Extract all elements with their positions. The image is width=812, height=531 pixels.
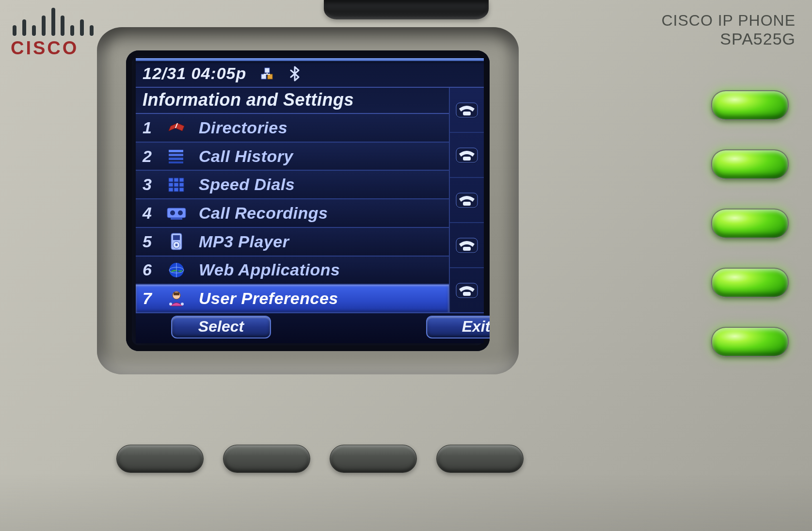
phone-icon: [455, 237, 478, 254]
svg-rect-8: [169, 161, 183, 163]
menu-item-speed-dials[interactable]: 3: [136, 171, 449, 199]
svg-rect-36: [463, 157, 471, 161]
menu-number: 1: [143, 118, 154, 137]
svg-rect-17: [179, 188, 184, 192]
svg-point-31: [169, 303, 172, 306]
svg-rect-5: [169, 150, 183, 152]
menu-number: 3: [143, 175, 154, 194]
svg-rect-21: [171, 218, 182, 220]
cisco-signal-bars-icon: [11, 7, 96, 36]
phone-icon: [455, 147, 478, 163]
phone-icon: [455, 102, 478, 118]
line-led-stack: [711, 90, 789, 357]
svg-rect-15: [169, 188, 173, 192]
menu-item-mp3-player[interactable]: 5 MP3 Player: [136, 228, 449, 257]
svg-rect-18: [167, 208, 186, 218]
phone-icon: [455, 192, 478, 209]
menu-number: 6: [143, 260, 154, 279]
menu-number: 5: [143, 232, 154, 251]
screen-title: Information and Settings: [136, 88, 449, 113]
svg-rect-12: [169, 183, 173, 187]
list-icon: [165, 147, 188, 165]
shelf-shadow: [0, 473, 812, 531]
menu-number: 4: [143, 204, 154, 223]
linekey-5[interactable]: [450, 268, 484, 312]
tape-icon: [165, 204, 188, 223]
hardware-softkey-row: [116, 445, 524, 473]
svg-rect-7: [169, 158, 183, 160]
line-led-3[interactable]: [711, 209, 789, 239]
menu-item-call-history[interactable]: 2 Call History: [136, 143, 449, 171]
softkey-select[interactable]: Select: [171, 316, 271, 338]
menu-item-web-applications[interactable]: 6 Web Applications: [136, 257, 449, 285]
lcd-body: Information and Settings 1 Direct: [136, 88, 484, 312]
softkey-row: Select Exit: [136, 312, 484, 343]
svg-point-19: [170, 210, 175, 215]
svg-rect-16: [174, 188, 178, 192]
linekey-1[interactable]: [450, 88, 484, 133]
linekey-3[interactable]: [450, 178, 484, 223]
svg-rect-14: [179, 183, 184, 187]
svg-rect-13: [174, 183, 178, 187]
screen-recess: 12/31 04:05p: [97, 27, 519, 374]
status-datetime: 12/31 04:05p: [143, 64, 246, 83]
svg-rect-2: [265, 68, 270, 73]
menu-label: Directories: [199, 118, 442, 137]
model-line-1: CISCO IP PHONE: [661, 12, 796, 30]
hw-softkey-2[interactable]: [223, 445, 310, 473]
menu-label: Call History: [199, 147, 442, 166]
svg-rect-23: [173, 235, 180, 240]
svg-point-32: [181, 303, 184, 306]
menu-number: 2: [143, 147, 154, 166]
menu-label: User Preferences: [199, 289, 442, 308]
svg-rect-42: [463, 292, 471, 296]
softkey-exit[interactable]: Exit: [426, 316, 490, 338]
hw-softkey-1[interactable]: [116, 445, 204, 473]
screen-bezel: 12/31 04:05p: [126, 50, 490, 351]
svg-rect-11: [179, 178, 184, 182]
menu-item-user-preferences[interactable]: 7 User Preferences: [136, 285, 449, 312]
menu-label: Call Recordings: [199, 204, 442, 223]
menu-label: MP3 Player: [199, 232, 442, 251]
linekey-column: [449, 88, 484, 312]
model-line-2: SPA525G: [661, 30, 796, 48]
user-icon: [165, 290, 188, 308]
line-led-4[interactable]: [711, 268, 789, 298]
svg-rect-6: [169, 154, 183, 156]
speaker-grille: [324, 0, 489, 19]
cisco-word: CISCO: [11, 38, 96, 59]
svg-rect-10: [174, 178, 178, 182]
menu-label: Web Applications: [199, 260, 442, 279]
svg-rect-30: [174, 292, 179, 295]
lcd-screen: 12/31 04:05p: [136, 58, 484, 343]
menu-item-call-recordings[interactable]: 4 Call Recordings: [136, 199, 449, 228]
bluetooth-icon: [288, 66, 302, 81]
svg-rect-40: [463, 247, 471, 251]
menu-list: 1 Directories 2: [136, 114, 449, 312]
menu-item-directories[interactable]: 1 Directories: [136, 114, 449, 143]
svg-rect-0: [261, 74, 266, 79]
svg-point-20: [178, 210, 183, 215]
globe-icon: [165, 261, 188, 279]
linekey-2[interactable]: [450, 133, 484, 178]
model-label: CISCO IP PHONE SPA525G: [661, 12, 796, 48]
line-led-1[interactable]: [711, 90, 789, 120]
svg-point-25: [175, 244, 178, 246]
svg-rect-1: [268, 74, 272, 79]
linekey-4[interactable]: [450, 223, 484, 268]
cisco-logo: CISCO: [11, 7, 96, 59]
hw-softkey-3[interactable]: [330, 445, 417, 473]
mp3-icon: [165, 232, 188, 251]
line-led-5[interactable]: [711, 327, 789, 357]
svg-rect-9: [169, 178, 173, 182]
phone-icon: [455, 282, 478, 299]
line-led-2[interactable]: [711, 149, 789, 179]
hw-softkey-4[interactable]: [436, 445, 524, 473]
status-bar: 12/31 04:05p: [136, 61, 484, 88]
svg-rect-34: [463, 112, 471, 115]
svg-rect-38: [463, 202, 471, 206]
menu-label: Speed Dials: [199, 175, 442, 194]
grid-icon: [165, 176, 188, 194]
network-icon: [260, 66, 274, 81]
menu-number: 7: [143, 289, 154, 308]
